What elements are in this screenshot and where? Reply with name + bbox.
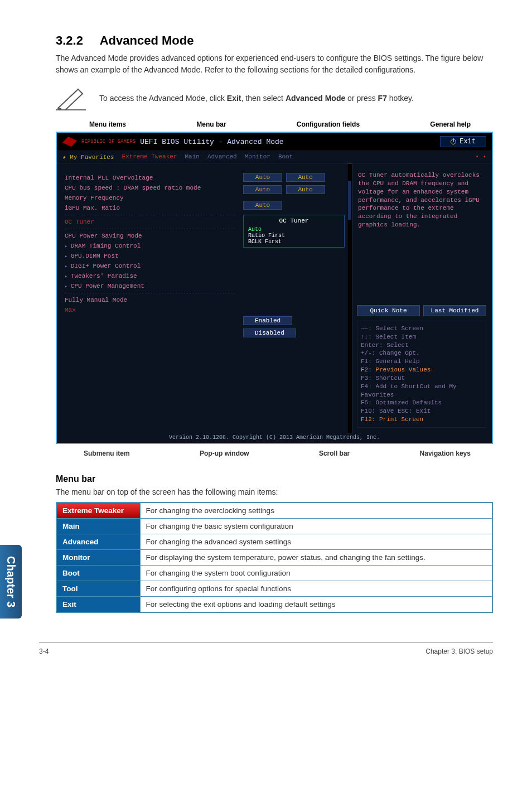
nav-10: F12: Print Screen bbox=[361, 416, 482, 424]
table-row: Extreme Tweaker For changing the overclo… bbox=[56, 503, 492, 519]
nav-1: ↑↓: Select Item bbox=[361, 333, 482, 341]
exit-button[interactable]: Exit bbox=[440, 136, 486, 147]
page-footer: 3-4 Chapter 3: BIOS setup bbox=[39, 642, 493, 655]
bios-menubar[interactable]: ★ My Favorites Extreme Tweaker Main Adva… bbox=[57, 151, 492, 163]
cell-tool: Tool bbox=[56, 581, 140, 597]
section-title-text: Advanced Mode bbox=[100, 33, 194, 47]
bios-version-footer: Version 2.10.1208. Copyright (C) 2013 Am… bbox=[57, 434, 492, 441]
bios-right-pane: OC Tuner automatically overclocks the CP… bbox=[352, 163, 492, 433]
nav-6: F3: Shortcut bbox=[361, 374, 482, 383]
sub-dram-timing[interactable]: DRAM Timing Control bbox=[65, 243, 235, 249]
note-row: To access the Advanced Mode, click Exit,… bbox=[56, 86, 493, 110]
bios-left-pane: Internal PLL Overvoltage CPU bus speed :… bbox=[57, 163, 241, 433]
popup-opt-bclk[interactable]: BCLK First bbox=[248, 239, 340, 245]
table-row: Tool For configuring options for special… bbox=[56, 581, 492, 597]
sub-gpu-dimm[interactable]: GPU.DIMM Post bbox=[65, 253, 235, 259]
label-general-help: General help bbox=[430, 120, 471, 128]
item-fully-manual[interactable]: Fully Manual Mode bbox=[65, 297, 235, 303]
section-heading: 3.2.2 Advanced Mode bbox=[56, 33, 493, 48]
menubar-main[interactable]: Main bbox=[185, 153, 199, 161]
label-popup: Pop-up window bbox=[200, 450, 249, 457]
oc-tuner-popup: OC Tuner Auto Ratio First BCLK First bbox=[243, 215, 345, 248]
sub-digi-power[interactable]: DIGI+ Power Control bbox=[65, 263, 235, 269]
menubar-advanced[interactable]: Advanced bbox=[207, 153, 237, 161]
menubar-heading: Menu bar bbox=[56, 474, 493, 484]
bios-mid-pane: Auto Auto Auto Auto Auto OC Tuner Auto R… bbox=[241, 163, 347, 433]
exit-label: Exit bbox=[460, 138, 476, 146]
label-menu-bar: Menu bar bbox=[196, 120, 226, 128]
cell-exit: Exit bbox=[56, 597, 140, 613]
cell-extreme-tweaker-desc: For changing the overclocking settings bbox=[140, 503, 492, 519]
pill-auto-1[interactable]: Auto bbox=[286, 173, 325, 182]
chapter-tab: Chapter 3 bbox=[0, 545, 22, 619]
nav-5: F2: Previous Values bbox=[361, 366, 482, 374]
cell-advanced: Advanced bbox=[56, 534, 140, 550]
pill-enabled[interactable]: Enabled bbox=[243, 316, 292, 325]
pill-auto-3[interactable]: Auto bbox=[286, 185, 325, 194]
menubar-desc: The menu bar on top of the screen has th… bbox=[56, 487, 493, 496]
bios-title: UEFI BIOS Utility - Advanced Mode bbox=[140, 138, 283, 146]
label-menu-items: Menu items bbox=[89, 120, 126, 128]
nav-0: →←: Select Screen bbox=[361, 325, 482, 333]
note-text: To access the Advanced Mode, click Exit,… bbox=[99, 93, 493, 104]
power-icon bbox=[451, 139, 456, 144]
cell-exit-desc: For selecting the exit options and loadi… bbox=[140, 597, 492, 613]
sub-tweakers-paradise[interactable]: Tweakers' Paradise bbox=[65, 273, 235, 279]
top-labels: Menu items Menu bar Configuration fields… bbox=[56, 115, 493, 132]
item-igpu-ratio[interactable]: iGPU Max. Ratio bbox=[65, 205, 235, 211]
cell-monitor: Monitor bbox=[56, 550, 140, 566]
help-text: OC Tuner automatically overclocks the CP… bbox=[357, 169, 486, 235]
pill-auto-4[interactable]: Auto bbox=[243, 201, 282, 210]
label-submenu: Submenu item bbox=[84, 450, 130, 457]
bios-scrollbar[interactable] bbox=[347, 163, 352, 433]
popup-opt-ratio[interactable]: Ratio First bbox=[248, 233, 340, 239]
table-row: Monitor For displaying the system temper… bbox=[56, 550, 492, 566]
pencil-icon bbox=[56, 86, 86, 110]
quick-note-button[interactable]: Quick Note bbox=[357, 305, 420, 316]
nav-3: +/-: Change Opt. bbox=[361, 349, 482, 357]
item-oc-tuner[interactable]: OC Tuner bbox=[65, 219, 235, 225]
item-memory-freq[interactable]: Memory Frequency bbox=[65, 195, 235, 201]
item-max[interactable]: Max bbox=[65, 307, 235, 313]
last-modified-button[interactable]: Last Modified bbox=[423, 305, 486, 316]
menu-table: Extreme Tweaker For changing the overclo… bbox=[56, 502, 493, 613]
popup-opt-auto[interactable]: Auto bbox=[248, 226, 340, 233]
table-row: Main For changing the basic system confi… bbox=[56, 519, 492, 534]
table-row: Exit For selecting the exit options and … bbox=[56, 597, 492, 613]
cell-main-desc: For changing the basic system configurat… bbox=[140, 519, 492, 534]
cell-advanced-desc: For changing the advanced system setting… bbox=[140, 534, 492, 550]
nav-7: F4: Add to ShortCut and My Favorites bbox=[361, 383, 482, 399]
item-cpu-saving[interactable]: CPU Power Saving Mode bbox=[65, 233, 235, 239]
page-number: 3-4 bbox=[39, 648, 49, 655]
bios-header: REPUBLIC OF GAMERS UEFI BIOS Utility - A… bbox=[57, 133, 492, 151]
bios-logo: REPUBLIC OF GAMERS UEFI BIOS Utility - A… bbox=[62, 137, 284, 147]
nav-9: F10: Save ESC: Exit bbox=[361, 407, 482, 416]
cell-extreme-tweaker: Extreme Tweaker bbox=[56, 503, 140, 519]
cell-boot-desc: For changing the system boot configurati… bbox=[140, 566, 492, 581]
cell-main: Main bbox=[56, 519, 140, 534]
menubar-more-icon[interactable]: • • bbox=[475, 153, 486, 161]
table-row: Advanced For changing the advanced syste… bbox=[56, 534, 492, 550]
label-scrollbar: Scroll bar bbox=[319, 450, 350, 457]
label-config-fields: Configuration fields bbox=[297, 120, 360, 128]
item-cpu-dram-ratio[interactable]: CPU bus speed : DRAM speed ratio mode bbox=[65, 185, 235, 191]
navigation-keys: →←: Select Screen ↑↓: Select Item Enter:… bbox=[357, 321, 486, 428]
chapter-label: Chapter 3: BIOS setup bbox=[425, 648, 493, 655]
menubar-boot[interactable]: Boot bbox=[278, 153, 293, 161]
menubar-monitor[interactable]: Monitor bbox=[245, 153, 270, 161]
pill-auto-0[interactable]: Auto bbox=[243, 173, 282, 182]
bottom-labels: Submenu item Pop-up window Scroll bar Na… bbox=[56, 444, 493, 460]
pill-auto-2[interactable]: Auto bbox=[243, 185, 282, 194]
bios-brand-text: REPUBLIC OF GAMERS bbox=[81, 139, 136, 144]
label-navkeys: Navigation keys bbox=[420, 450, 471, 457]
intro-paragraph: The Advanced Mode provides advanced opti… bbox=[56, 52, 493, 76]
item-pll-overvoltage[interactable]: Internal PLL Overvoltage bbox=[65, 175, 235, 181]
menubar-extreme-tweaker[interactable]: Extreme Tweaker bbox=[122, 153, 177, 161]
cell-monitor-desc: For displaying the system temperature, p… bbox=[140, 550, 492, 566]
sub-cpu-power-mgmt[interactable]: CPU Power Management bbox=[65, 283, 235, 289]
nav-2: Enter: Select bbox=[361, 341, 482, 350]
pill-disabled[interactable]: Disabled bbox=[243, 328, 296, 337]
nav-4: F1: General Help bbox=[361, 357, 482, 366]
cell-boot: Boot bbox=[56, 566, 140, 581]
menubar-favorites[interactable]: ★ My Favorites bbox=[62, 153, 114, 161]
